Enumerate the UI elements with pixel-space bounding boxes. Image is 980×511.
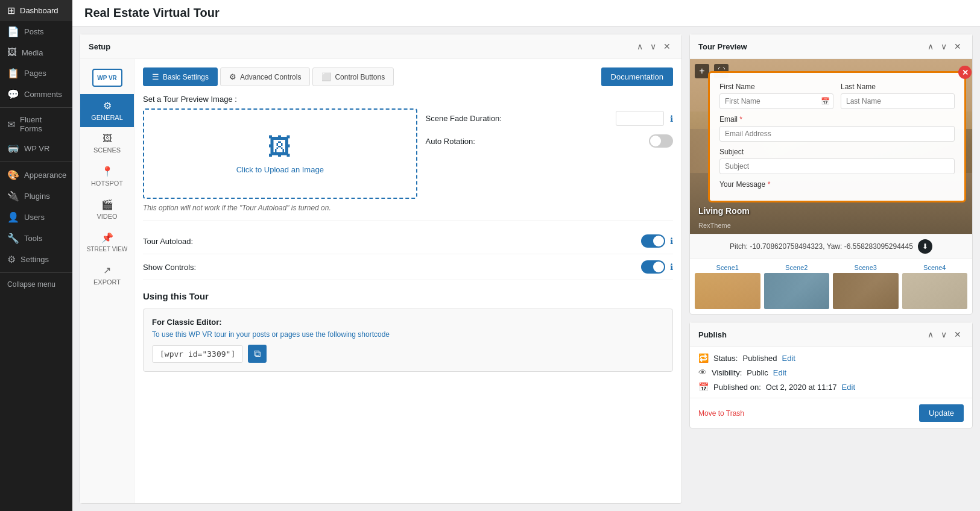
street-view-icon: 📌 (101, 232, 113, 243)
sidebar-item-fluent-forms[interactable]: ✉ Fluent Forms (0, 110, 72, 138)
scene-item-1: Scene1 (695, 264, 760, 309)
media-icon: 🖼 (7, 47, 17, 58)
first-name-input[interactable] (719, 93, 833, 109)
scene-fade-input[interactable] (616, 111, 664, 126)
upload-icon: 🖼 (268, 133, 292, 160)
scene-3-thumbnail[interactable] (833, 273, 899, 309)
tour-preview-down-button[interactable]: ∨ (938, 40, 949, 52)
sidenav-item-video[interactable]: 🎬 VIDEO (80, 193, 134, 226)
sidebar-collapse-button[interactable]: Collapse menu (0, 275, 72, 293)
sidebar-item-appearance[interactable]: 🎨 Appearance (0, 165, 72, 186)
tour-autoload-label: Tour Autoload: (143, 237, 193, 246)
page-title: Real Estate Virtual Tour (72, 0, 980, 27)
documentation-button[interactable]: Documentation (601, 67, 673, 86)
download-button[interactable]: ⬇ (918, 239, 932, 254)
set-preview-section: Set a Tour Preview Image : 🖼 Click to Up… (143, 95, 673, 212)
status-row: 🔁 Status: Published Edit (698, 353, 964, 363)
scene-1-label[interactable]: Scene1 (716, 264, 739, 271)
scene-item-3: Scene3 (833, 264, 899, 309)
visibility-edit-link[interactable]: Edit (773, 368, 786, 377)
shortcode-row: [wpvr id="3309"] ⧉ (152, 345, 664, 363)
publish-down-button[interactable]: ∨ (938, 328, 949, 340)
tools-icon: 🔧 (7, 233, 19, 244)
sidenav-item-label: SCENES (93, 146, 121, 154)
upload-area[interactable]: 🖼 Click to Upload an Image (143, 108, 417, 199)
zoom-in-button[interactable]: + (695, 64, 709, 78)
sidenav-item-hotspot[interactable]: 📍 HOTSPOT (80, 160, 134, 193)
form-close-button[interactable]: ✕ (958, 66, 972, 79)
upload-section: 🖼 Click to Upload an Image Scene Fade Du… (143, 108, 673, 199)
calendar-icon: 📅 (821, 97, 830, 105)
subject-input[interactable] (719, 158, 955, 174)
plugins-icon: 🔌 (7, 190, 19, 202)
scene-3-label[interactable]: Scene3 (855, 264, 877, 271)
tour-preview-up-button[interactable]: ∧ (925, 40, 936, 52)
auto-rotation-toggle[interactable] (649, 134, 673, 148)
last-name-input[interactable] (841, 93, 955, 109)
tour-autoload-info-icon[interactable]: ℹ (670, 236, 673, 246)
calendar-icon: 📅 (698, 382, 709, 392)
sidenav-item-label: VIDEO (96, 213, 117, 220)
sidebar-item-users[interactable]: 👤 Users (0, 207, 72, 228)
tour-preview-close-button[interactable]: ✕ (952, 40, 964, 52)
sidebar-divider-2 (0, 161, 72, 162)
sidebar: ⊞ Dashboard 📄 Posts 🖼 Media 📋 Pages 💬 Co… (0, 0, 72, 511)
sidebar-item-pages[interactable]: 📋 Pages (0, 63, 72, 84)
setup-collapse-down-button[interactable]: ∨ (648, 40, 659, 52)
tab-control-buttons[interactable]: ⬜ Control Buttons (312, 67, 394, 86)
upload-right: Scene Fade Duration: ℹ Auto Rotation: (426, 108, 674, 199)
move-to-trash-link[interactable]: Move to Trash (698, 409, 744, 418)
sidebar-item-settings[interactable]: ⚙ Settings (0, 249, 72, 270)
sidenav-item-scenes[interactable]: 🖼 SCENES (80, 127, 134, 160)
message-label: Your Message * (719, 180, 955, 189)
tab-advanced-controls[interactable]: ⚙ Advanced Controls (220, 67, 310, 86)
posts-icon: 📄 (7, 26, 19, 37)
scene-item-4: Scene4 (902, 264, 968, 309)
scene-1-thumbnail[interactable] (695, 273, 760, 309)
sidebar-item-label: Pages (24, 69, 46, 78)
sidebar-item-posts[interactable]: 📄 Posts (0, 21, 72, 42)
update-button[interactable]: Update (919, 404, 964, 422)
show-controls-info-icon[interactable]: ℹ (670, 262, 673, 272)
scene-4-thumbnail[interactable] (902, 273, 968, 309)
publish-close-button[interactable]: ✕ (952, 328, 964, 340)
scene-2-label[interactable]: Scene2 (785, 264, 808, 271)
tour-autoload-toggle[interactable] (641, 234, 665, 248)
published-edit-link[interactable]: Edit (842, 383, 855, 392)
sidebar-item-plugins[interactable]: 🔌 Plugins (0, 186, 72, 207)
sidenav-item-general[interactable]: ⚙ GENERAL (80, 94, 134, 127)
copy-shortcode-button[interactable]: ⧉ (248, 345, 267, 363)
setup-close-button[interactable]: ✕ (661, 40, 673, 52)
setup-collapse-up-button[interactable]: ∧ (634, 40, 645, 52)
sidebar-item-dashboard[interactable]: ⊞ Dashboard (0, 0, 72, 21)
tab-basic-settings[interactable]: ☰ Basic Settings (143, 67, 218, 86)
scene-4-label[interactable]: Scene4 (923, 264, 946, 271)
sidenav-item-street-view[interactable]: 📌 STREET VIEW (80, 226, 134, 259)
publish-actions: Move to Trash Update (690, 398, 972, 428)
show-controls-label: Show Controls: (143, 263, 196, 272)
status-edit-link[interactable]: Edit (782, 354, 795, 363)
sidenav-item-label: GENERAL (91, 114, 123, 121)
scene-fade-info-icon[interactable]: ℹ (670, 114, 673, 124)
pitch-bar: Pitch: -10.708620758494323, Yaw: -6.5582… (690, 234, 972, 259)
publish-up-button[interactable]: ∧ (925, 328, 936, 340)
auto-rotation-label: Auto Rotation: (426, 137, 643, 146)
sidebar-item-tools[interactable]: 🔧 Tools (0, 228, 72, 249)
comments-icon: 💬 (7, 89, 19, 100)
preview-image-area: + ⛶ ✕ First Name 📅 (690, 59, 972, 234)
scene-2-thumbnail[interactable] (764, 273, 830, 309)
scene-fade-label: Scene Fade Duration: (426, 114, 610, 123)
tour-preview-controls: ∧ ∨ ✕ (925, 40, 964, 52)
scene-fade-row: Scene Fade Duration: ℹ (426, 111, 674, 126)
sidebar-item-media[interactable]: 🖼 Media (0, 42, 72, 63)
sidebar-item-wp-vr[interactable]: 🥽 WP VR (0, 138, 72, 159)
sidenav-item-label: EXPORT (93, 278, 121, 286)
show-controls-row: Show Controls: ℹ (143, 254, 673, 280)
sidenav-item-export[interactable]: ↗ EXPORT (80, 259, 134, 292)
visibility-row: 👁 Visibility: Public Edit (698, 368, 964, 377)
show-controls-toggle[interactable] (641, 260, 665, 274)
tabs-bar: ☰ Basic Settings ⚙ Advanced Controls ⬜ C… (143, 67, 673, 86)
email-input[interactable] (719, 126, 955, 142)
visibility-value: Public (747, 368, 768, 377)
sidebar-item-comments[interactable]: 💬 Comments (0, 84, 72, 105)
